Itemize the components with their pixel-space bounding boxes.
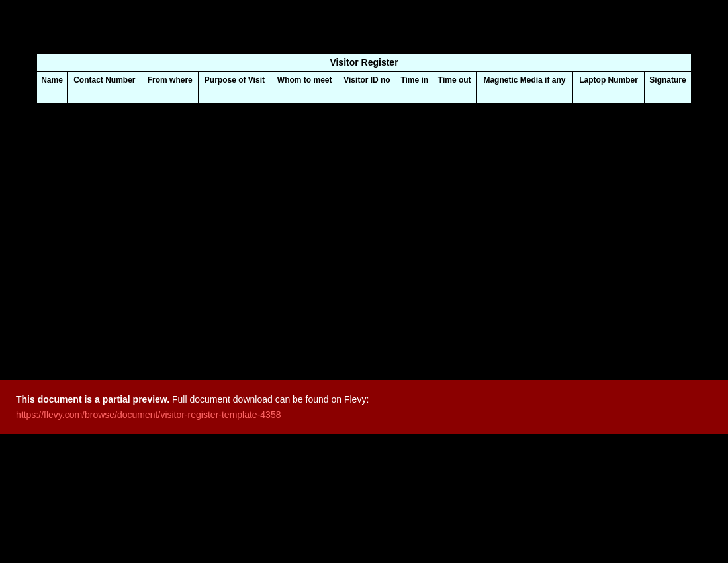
banner-normal-text: Full document download can be found on F… <box>169 394 369 405</box>
cell-whom-to-meet <box>271 89 338 104</box>
table-container: Visitor Register Name Contact Number Fro… <box>36 53 692 104</box>
banner-link[interactable]: https://flevy.com/browse/document/visito… <box>16 409 281 420</box>
table-header-row: Name Contact Number From where Purpose o… <box>37 72 692 89</box>
visitor-register-table: Visitor Register Name Contact Number Fro… <box>36 53 692 104</box>
banner-text-line1: This document is a partial preview. Full… <box>16 392 712 407</box>
cell-laptop-number <box>573 89 645 104</box>
col-header-time-in: Time in <box>396 72 433 89</box>
banner-bold-text: This document is a partial preview. <box>16 394 169 405</box>
table-title: Visitor Register <box>37 54 692 72</box>
col-header-signature: Signature <box>644 72 691 89</box>
col-header-magnetic-media: Magnetic Media if any <box>476 72 573 89</box>
main-content: Visitor Register Name Contact Number Fro… <box>0 0 728 384</box>
cell-time-out <box>433 89 476 104</box>
cell-from-where <box>142 89 198 104</box>
col-header-laptop-number: Laptop Number <box>573 72 645 89</box>
col-header-time-out: Time out <box>433 72 476 89</box>
cell-magnetic-media <box>476 89 573 104</box>
cell-visitor-id-no <box>338 89 396 104</box>
cell-contact-number <box>67 89 142 104</box>
banner-text-line2: https://flevy.com/browse/document/visito… <box>16 407 712 422</box>
cell-name <box>37 89 68 104</box>
col-header-visitor-id-no: Visitor ID no <box>338 72 396 89</box>
col-header-from-where: From where <box>142 72 198 89</box>
bottom-black-area <box>0 434 728 563</box>
col-header-whom-to-meet: Whom to meet <box>271 72 338 89</box>
cell-time-in <box>396 89 433 104</box>
col-header-purpose-of-visit: Purpose of Visit <box>198 72 271 89</box>
cell-purpose-of-visit <box>198 89 271 104</box>
col-header-contact-number: Contact Number <box>67 72 142 89</box>
preview-banner: This document is a partial preview. Full… <box>0 380 728 434</box>
table-title-row: Visitor Register <box>37 54 692 72</box>
cell-signature <box>644 89 691 104</box>
table-row <box>37 89 692 104</box>
col-header-name: Name <box>37 72 68 89</box>
